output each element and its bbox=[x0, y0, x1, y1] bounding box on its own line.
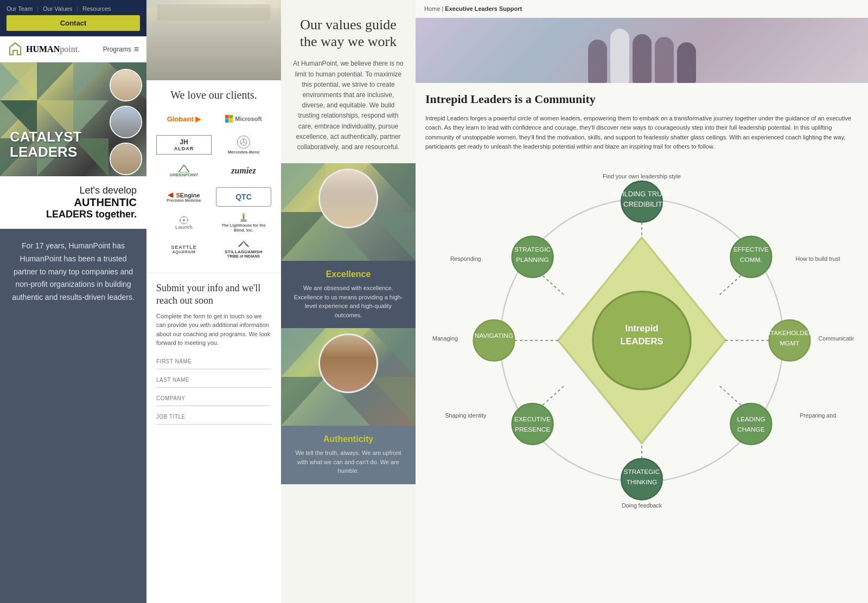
first-name-input[interactable] bbox=[156, 354, 271, 369]
svg-line-19 bbox=[244, 142, 247, 144]
client-greenpoint: GREENPOINT bbox=[156, 161, 212, 181]
nav-our-values[interactable]: Our Values bbox=[43, 5, 72, 12]
client-qtc: QTC bbox=[216, 187, 271, 207]
programs-menu[interactable]: Programs ≡ bbox=[103, 44, 139, 54]
svg-text:Intrepid: Intrepid bbox=[626, 323, 659, 333]
headline-line3: LEADERS together. bbox=[10, 209, 137, 220]
logo: HUMANpoint. bbox=[8, 42, 80, 57]
values-title: Our values guide the way we work bbox=[292, 16, 405, 50]
intrepid-diagram: Intrepid LEADERS BUILDING TRUST & CREDIB… bbox=[425, 161, 858, 523]
excellence-description: We are obsessed with excellence. Excelle… bbox=[292, 284, 405, 319]
panel-2: ▶ We love our clients. Globant ▶ Microso… bbox=[146, 0, 281, 603]
excellence-face bbox=[318, 169, 378, 228]
excellence-image bbox=[281, 163, 416, 261]
nav-links: Our Team | Our Values | Resources bbox=[7, 5, 140, 12]
clients-grid: Globant ▶ Microsoft JH ALDAR Mercedes-Be… bbox=[156, 109, 271, 259]
svg-marker-29 bbox=[240, 219, 247, 222]
svg-marker-21 bbox=[168, 193, 173, 198]
breadcrumb: Home | Executive Leaders Support bbox=[416, 0, 868, 18]
svg-text:Doing feedback: Doing feedback bbox=[622, 502, 662, 509]
intrepid-leaders-image bbox=[416, 18, 868, 83]
submit-description: Complete the form to get in touch so we … bbox=[156, 312, 271, 348]
intrepid-title: Intrepid Leaders is a Community bbox=[425, 92, 858, 107]
video-thumbnail[interactable]: ▶ bbox=[146, 0, 281, 80]
headline-line2: AUTHENTIC bbox=[10, 196, 137, 209]
leadership-diagram-svg: Intrepid LEADERS BUILDING TRUST & CREDIB… bbox=[430, 161, 854, 521]
client-zumiez: zumiez bbox=[216, 161, 271, 181]
svg-text:& CREDIBILITY: & CREDIBILITY bbox=[617, 200, 667, 208]
svg-text:Find your own leadership style: Find your own leadership style bbox=[603, 173, 681, 179]
panel-4: Home | Executive Leaders Support Intrepi… bbox=[416, 0, 868, 603]
avatar-3 bbox=[110, 143, 142, 175]
svg-marker-3 bbox=[73, 62, 108, 100]
client-mercedes: Mercedes-Benz bbox=[216, 135, 271, 155]
company-input[interactable] bbox=[156, 391, 271, 406]
svg-point-57 bbox=[731, 403, 772, 445]
clients-section: We love our clients. Globant ▶ Microsoft… bbox=[146, 80, 281, 273]
client-globant: Globant ▶ bbox=[156, 109, 212, 129]
svg-marker-20 bbox=[178, 165, 189, 172]
nav-our-team[interactable]: Our Team bbox=[7, 5, 33, 12]
svg-text:Managing: Managing bbox=[432, 335, 458, 342]
submit-title: Submit your info and we'll reach out soo… bbox=[156, 282, 271, 307]
svg-text:EFFECTIVE: EFFECTIVE bbox=[733, 246, 769, 253]
intrepid-content: Intrepid Leaders is a Community Intrepid… bbox=[416, 83, 868, 531]
svg-point-63 bbox=[512, 403, 553, 445]
hero-image: CATALYSTLEADERS bbox=[0, 62, 146, 176]
headline-line1: Let's develop bbox=[10, 185, 137, 196]
authenticity-image bbox=[281, 328, 416, 426]
svg-line-78 bbox=[539, 272, 564, 296]
contact-button[interactable]: Contact bbox=[7, 15, 140, 31]
job-title-input[interactable] bbox=[156, 409, 271, 425]
svg-rect-12 bbox=[225, 115, 229, 119]
panel-3: Our values guide the way we work At Huma… bbox=[281, 0, 416, 603]
excellence-card: Excellence We are obsessed with excellen… bbox=[281, 163, 416, 328]
svg-text:BUILDING TRUST: BUILDING TRUST bbox=[612, 190, 671, 198]
svg-marker-30 bbox=[242, 213, 245, 216]
svg-text:STRATEGIC: STRATEGIC bbox=[624, 468, 660, 476]
nav-resources[interactable]: Resources bbox=[82, 5, 111, 12]
authenticity-card: Authenticity We tell the truth, always. … bbox=[281, 328, 416, 484]
authenticity-name: Authenticity bbox=[292, 434, 405, 444]
svg-marker-36 bbox=[370, 212, 416, 261]
client-microsoft: Microsoft bbox=[216, 109, 271, 129]
hero-headline: Let's develop AUTHENTIC LEADERS together… bbox=[0, 176, 146, 229]
submit-form-section: Submit your info and we'll reach out soo… bbox=[146, 273, 281, 437]
hero-body: For 17 years, HumanPoint has HumanPoint … bbox=[0, 229, 146, 603]
svg-text:EXECUTIVE: EXECUTIVE bbox=[514, 415, 551, 423]
intrepid-text: Intrepid Leaders forges a powerful circl… bbox=[425, 114, 858, 152]
svg-line-72 bbox=[719, 272, 744, 296]
svg-line-18 bbox=[241, 142, 244, 144]
panel-1: Our Team | Our Values | Resources Contac… bbox=[0, 0, 146, 603]
svg-text:STAKEHOLDER: STAKEHOLDER bbox=[766, 329, 813, 337]
hero-body-text: For 17 years, HumanPoint has HumanPoint … bbox=[10, 240, 137, 304]
avatar-1 bbox=[110, 69, 142, 101]
last-name-input[interactable] bbox=[156, 373, 271, 388]
values-text: At HumanPoint, we believe there is no li… bbox=[292, 59, 405, 152]
svg-line-76 bbox=[539, 386, 564, 409]
authenticity-face bbox=[318, 333, 378, 393]
authenticity-body: Authenticity We tell the truth, always. … bbox=[281, 426, 416, 484]
client-seattle-aquarium: SEATTLE AQUARIUM bbox=[156, 239, 212, 259]
client-sengine: SEngine Precision Medicine bbox=[156, 187, 212, 207]
client-aldar: JH ALDAR bbox=[156, 135, 212, 155]
svg-rect-13 bbox=[229, 115, 233, 119]
svg-text:PRESENCE: PRESENCE bbox=[515, 426, 550, 433]
svg-text:STRATEGIC: STRATEGIC bbox=[514, 246, 551, 253]
svg-text:Responding: Responding bbox=[450, 255, 481, 262]
svg-text:Preparing and: Preparing and bbox=[800, 412, 836, 419]
excellence-body: Excellence We are obsessed with excellen… bbox=[281, 261, 416, 328]
nav-bar: Our Team | Our Values | Resources Contac… bbox=[0, 0, 146, 36]
clients-title: We love our clients. bbox=[156, 89, 271, 101]
hamburger-icon: ≡ bbox=[134, 44, 139, 54]
svg-text:Communicating: Communicating bbox=[819, 335, 854, 342]
svg-text:How to build trust: How to build trust bbox=[795, 255, 840, 262]
breadcrumb-home[interactable]: Home bbox=[424, 5, 440, 12]
svg-line-74 bbox=[719, 386, 744, 409]
svg-text:NAVIGATING: NAVIGATING bbox=[475, 332, 513, 339]
logo-bar: HUMANpoint. Programs ≡ bbox=[0, 36, 146, 62]
svg-marker-42 bbox=[370, 377, 416, 426]
svg-text:PLANNING: PLANNING bbox=[516, 256, 548, 264]
authenticity-description: We tell the truth, always. We are upfron… bbox=[292, 448, 405, 476]
excellence-name: Excellence bbox=[292, 270, 405, 279]
